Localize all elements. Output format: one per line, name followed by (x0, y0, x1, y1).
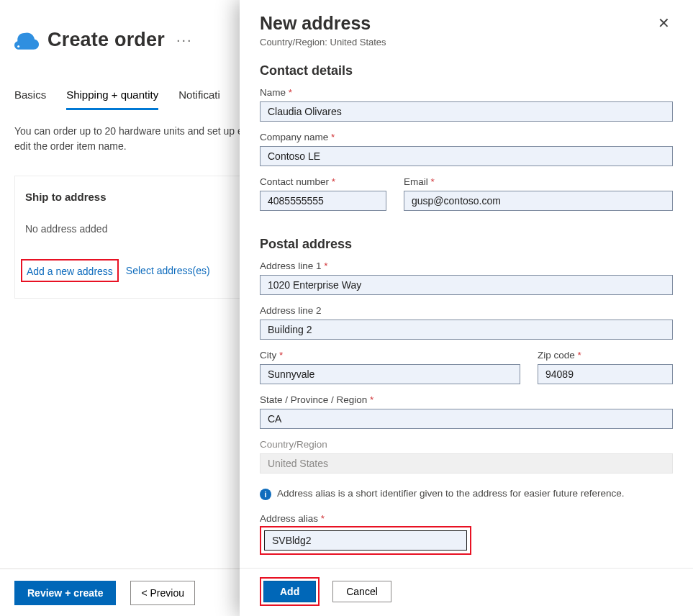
highlight-add-button: Add (260, 577, 320, 606)
company-field[interactable] (260, 146, 673, 166)
addr2-label: Address line 2 (260, 305, 673, 316)
panel-subtitle: Country/Region: United States (260, 37, 386, 47)
country-label: Country/Region (260, 439, 673, 450)
addr1-field[interactable] (260, 275, 673, 295)
panel-footer: Add Cancel (240, 568, 693, 616)
alias-info-text: Address alias is a short identifier give… (277, 488, 625, 499)
tab-notifications[interactable]: Notificati (178, 84, 220, 110)
state-field[interactable] (260, 409, 673, 429)
alias-info: i Address alias is a short identifier gi… (260, 488, 673, 500)
highlight-alias (260, 526, 471, 555)
page-title: Create order (47, 29, 165, 51)
previous-button[interactable]: < Previou (130, 581, 195, 605)
phone-label: Contact number (260, 176, 386, 187)
name-field[interactable] (260, 101, 673, 122)
alias-field[interactable] (264, 530, 467, 551)
info-icon: i (260, 489, 271, 500)
zip-field[interactable] (538, 364, 673, 384)
company-label: Company name (260, 132, 673, 142)
context-menu-icon[interactable]: ··· (176, 32, 193, 48)
addr2-field[interactable] (260, 320, 673, 340)
tab-basics[interactable]: Basics (14, 84, 46, 110)
phone-field[interactable] (260, 191, 386, 211)
addr1-label: Address line 1 (260, 261, 673, 271)
tab-shipping-quantity[interactable]: Shipping + quantity (66, 84, 158, 110)
cancel-button[interactable]: Cancel (332, 581, 391, 602)
review-create-button[interactable]: Review + create (14, 581, 116, 605)
email-field[interactable] (404, 191, 673, 211)
panel-title: New address (260, 13, 386, 34)
name-label: Name (260, 87, 673, 98)
state-label: State / Province / Region (260, 394, 673, 405)
add-button[interactable]: Add (263, 581, 316, 602)
zip-label: Zip code (538, 350, 673, 361)
email-label: Email (404, 176, 673, 187)
city-field[interactable] (260, 364, 520, 384)
new-address-panel: New address Country/Region: United State… (240, 0, 693, 616)
contact-details-heading: Contact details (260, 63, 673, 78)
close-icon[interactable]: ✕ (655, 13, 673, 33)
azure-logo-icon (14, 30, 39, 50)
city-label: City (260, 350, 520, 361)
svg-point-1 (17, 45, 19, 47)
alias-label: Address alias (260, 513, 673, 524)
country-field (260, 453, 673, 474)
add-new-address-link[interactable]: Add a new address (27, 266, 113, 277)
highlight-add-address: Add a new address (21, 259, 119, 282)
postal-address-heading: Postal address (260, 237, 673, 252)
select-addresses-link[interactable]: Select address(es) (126, 265, 210, 276)
